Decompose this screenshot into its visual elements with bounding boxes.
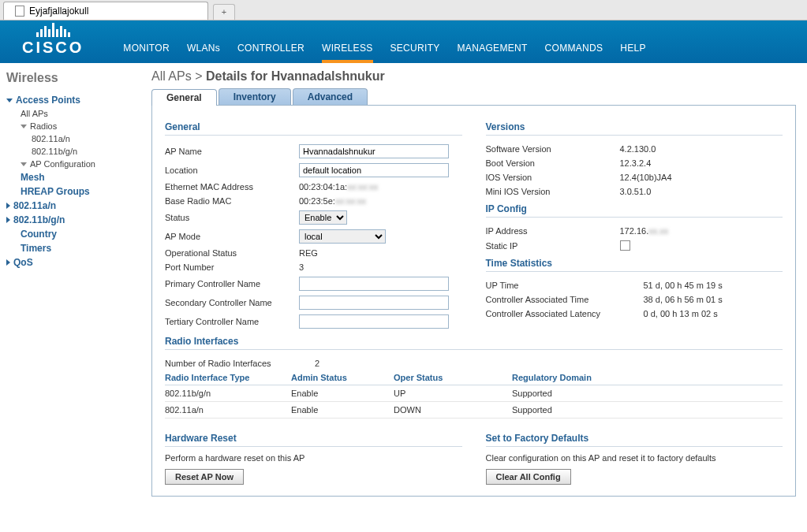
nav-controller[interactable]: CONTROLLER [237,43,304,54]
tab-inventory[interactable]: Inventory [219,88,291,105]
label-status: Status [165,213,299,222]
value-mini-version: 3.0.51.0 [620,187,652,196]
cisco-bars-icon [36,23,70,37]
sidebar-mesh[interactable]: Mesh [6,170,134,184]
reset-ap-button[interactable]: Reset AP Now [165,469,244,485]
factory-text: Clear configuration on this AP and reset… [486,453,783,463]
select-ap-mode[interactable]: local [299,229,386,244]
value-assoc-time: 38 d, 06 h 56 m 01 s [644,295,723,304]
value-eth-mac: 00:23:04:1a:xx:xx:xx [299,182,378,192]
value-boot-version: 12.3.2.4 [620,158,652,168]
tab-general[interactable]: General [151,89,217,106]
header-admin-status: Admin Status [291,373,394,382]
table-row: 802.11a/n Enable DOWN Supported [165,402,783,419]
browser-tab[interactable]: Eyjafjallajokull [3,2,208,20]
cisco-logo: CISCO [22,23,84,63]
label-mini-version: Mini IOS Version [486,187,620,196]
label-ap-name: AP Name [165,147,299,156]
table-row: 802.11b/g/n Enable UP Supported [165,385,783,402]
sidebar-timers[interactable]: Timers [6,241,134,255]
nav-commands[interactable]: COMMANDS [545,43,603,54]
sidebar: Wireless Access Points All APs Radios 80… [0,63,140,503]
input-ter-ctrl[interactable] [299,314,449,329]
sidebar-ap-config[interactable]: AP Configuration [6,158,134,170]
label-sec-ctrl: Secondary Controller Name [165,298,299,307]
hw-reset-section: Hardware Reset Perform a hardware reset … [165,428,462,485]
label-boot-version: Boot Version [486,158,620,168]
label-radio-count: Number of Radio Interfaces [165,359,315,368]
label-base-mac: Base Radio MAC [165,196,299,206]
nav-security[interactable]: SECURITY [390,43,440,54]
sidebar-country[interactable]: Country [6,227,134,241]
sidebar-radios[interactable]: Radios [6,120,134,132]
browser-tab-bar: Eyjafjallajokull + [0,0,807,20]
tabs: General Inventory Advanced [151,88,796,106]
value-port: 3 [299,262,304,272]
sidebar-radio-80211a[interactable]: 802.11a/n [6,132,134,145]
label-assoc-latency: Controller Associated Latency [486,309,644,318]
sidebar-all-aps[interactable]: All APs [6,107,134,120]
value-oper-status: REG [299,248,318,258]
browser-tab-title: Eyjafjallajokull [29,6,88,17]
col-right: Versions Software Version4.2.130.0 Boot … [486,117,783,331]
clear-config-button[interactable]: Clear All Config [486,469,571,485]
chevron-down-icon [21,162,27,166]
factory-section: Set to Factory Defaults Clear configurat… [486,428,783,485]
label-uptime: UP Time [486,281,644,290]
section-timestats: Time Statistics [486,258,783,272]
chevron-right-icon [6,203,10,209]
checkbox-static-ip[interactable] [620,240,630,251]
sidebar-hreap[interactable]: HREAP Groups [6,184,134,199]
input-pri-ctrl[interactable] [299,277,449,291]
value-ios-version: 12.4(10b)JA4 [620,173,672,182]
label-assoc-time: Controller Associated Time [486,295,644,304]
input-location[interactable] [299,163,449,177]
input-sec-ctrl[interactable] [299,296,449,310]
col-left: General AP Name Location Ethernet MAC Ad… [165,117,462,331]
chevron-down-icon [6,99,13,102]
sidebar-80211b[interactable]: 802.11b/g/n [6,213,134,227]
label-ip: IP Address [486,226,620,236]
nav-wireless[interactable]: WIRELESS [322,43,372,54]
label-ios-version: IOS Version [486,173,620,182]
label-ter-ctrl: Tertiary Controller Name [165,317,299,326]
chevron-right-icon [6,217,10,223]
nav-monitor[interactable]: MONITOR [123,43,170,54]
nav-help[interactable]: HELP [620,43,646,54]
label-sw-version: Software Version [486,144,620,154]
section-hw-reset: Hardware Reset [165,433,462,447]
value-radio-count: 2 [315,359,319,368]
input-ap-name[interactable] [299,144,449,158]
brand-text: CISCO [22,39,84,57]
new-tab-button[interactable]: + [213,4,235,20]
label-oper-status: Operational Status [165,248,299,258]
panel: General AP Name Location Ethernet MAC Ad… [151,106,796,497]
header-reg-domain: Regulatory Domain [512,373,654,382]
nav-management[interactable]: MANAGEMENT [458,43,528,54]
section-general: General [165,121,462,136]
chevron-right-icon [6,259,10,266]
tab-advanced[interactable]: Advanced [293,88,368,105]
main-nav: MONITOR WLANs CONTROLLER WIRELESS SECURI… [123,43,646,63]
hw-reset-text: Perform a hardware reset on this AP [165,453,462,463]
section-radio-interfaces: Radio Interfaces [165,336,783,350]
label-location: Location [165,166,299,175]
sidebar-title: Wireless [6,71,134,85]
section-ipconfig: IP Config [486,203,783,218]
sidebar-qos[interactable]: QoS [6,255,134,270]
document-icon [15,6,24,17]
sidebar-80211a[interactable]: 802.11a/n [6,199,134,213]
value-assoc-latency: 0 d, 00 h 13 m 02 s [644,309,718,318]
header-radio-type: Radio Interface Type [165,373,291,382]
chevron-down-icon [21,125,27,128]
sidebar-radio-80211b[interactable]: 802.11b/g/n [6,145,134,158]
radio-table-header: Radio Interface Type Admin Status Oper S… [165,370,783,385]
label-pri-ctrl: Primary Controller Name [165,279,299,288]
section-factory: Set to Factory Defaults [486,433,783,447]
label-port: Port Number [165,262,299,272]
label-static-ip: Static IP [486,241,620,251]
select-status[interactable]: Enable [299,210,347,225]
sidebar-access-points[interactable]: Access Points [6,93,134,107]
value-uptime: 51 d, 00 h 45 m 19 s [644,281,723,290]
nav-wlans[interactable]: WLANs [187,43,220,54]
